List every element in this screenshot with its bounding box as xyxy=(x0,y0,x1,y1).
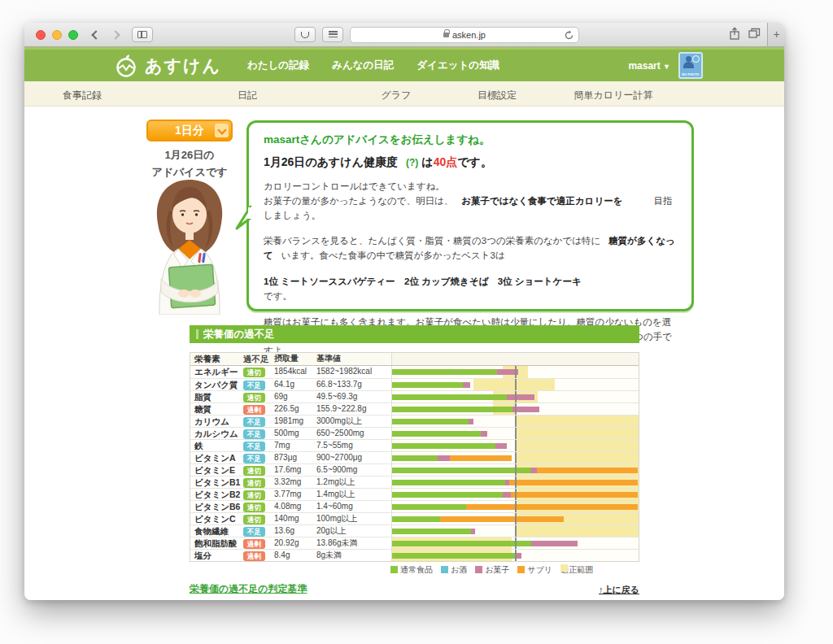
nutrient-name: 飽和脂肪酸 xyxy=(190,537,243,549)
nutrient-name: 塩分 xyxy=(190,550,243,561)
nutrient-name: ビタミンC xyxy=(190,513,243,524)
target-marker-line xyxy=(515,489,517,500)
standard-value: 1.4~60mg xyxy=(316,501,391,512)
back-icon xyxy=(91,30,100,39)
status-cell: 不足 xyxy=(243,416,274,427)
reader-button[interactable] xyxy=(322,27,343,42)
bar-segment-supplement xyxy=(466,504,638,510)
nav-diet-knowledge[interactable]: ダイエットの知識 xyxy=(416,59,499,72)
score-mid: は xyxy=(421,155,433,168)
bar-segment-normal xyxy=(392,468,530,473)
legend-swatch-normal xyxy=(390,566,398,573)
brand-logo[interactable]: あすけん xyxy=(114,54,221,78)
tabs-overview-icon xyxy=(748,28,761,39)
back-button[interactable] xyxy=(86,27,106,43)
forward-button[interactable] xyxy=(106,27,125,43)
status-badge: 不足 xyxy=(243,527,265,537)
bar-chart-cell xyxy=(391,464,639,476)
refresh-button[interactable] xyxy=(564,30,574,41)
bar-chart-cell xyxy=(391,428,639,439)
bar-segment-sweets xyxy=(481,431,487,437)
standard-value: 3000mg以上 xyxy=(316,416,391,427)
help-link[interactable]: (?) xyxy=(406,157,418,168)
target-marker-line xyxy=(515,391,517,402)
bar-segment-normal xyxy=(392,394,507,400)
table-header-row: 栄養素 過不足 摂取量 基準値 xyxy=(190,353,639,366)
subnav-meal-record[interactable]: 食事記録 xyxy=(63,89,102,102)
table-row: タンパク質不足64.1g66.8~133.7g xyxy=(190,378,639,390)
col-nutrient: 栄養素 xyxy=(190,353,243,365)
subnav-calorie-calc[interactable]: 簡単カロリー計算 xyxy=(574,89,653,102)
bar-segment-normal xyxy=(392,431,481,437)
bar-segment-sweets xyxy=(507,394,535,400)
intake-value: 140mg xyxy=(274,513,316,524)
tabs-button[interactable] xyxy=(748,28,761,42)
status-badge: 過剰 xyxy=(243,551,265,561)
standard-value: 900~2700μg xyxy=(316,452,391,463)
target-marker-line xyxy=(515,366,517,378)
advice-paragraph-2: 栄養バランスを見ると、たんぱく質・脂質・糖質の3つの栄養素のなかでは特に糖質が多… xyxy=(264,234,677,263)
asken-apple-icon xyxy=(114,54,138,78)
address-bar[interactable]: asken.jp xyxy=(350,27,579,43)
bar-segment-normal xyxy=(392,369,497,375)
target-marker-line xyxy=(515,476,517,488)
chevron-down-icon xyxy=(215,124,229,137)
speech-bubble-tail xyxy=(235,204,251,234)
col-chart xyxy=(391,353,639,365)
extension-button[interactable] xyxy=(294,27,316,42)
status-badge: 適切 xyxy=(243,515,265,524)
table-row: ビタミンE適切17.6mg6.5~900mg xyxy=(190,463,639,476)
intake-value: 64.1g xyxy=(274,379,316,390)
status-cell: 適切 xyxy=(243,476,274,488)
window-controls xyxy=(36,30,78,40)
status-cell: 過剰 xyxy=(243,403,274,415)
intake-value: 7mg xyxy=(274,440,316,451)
status-badge: 適切 xyxy=(243,503,265,512)
nav-everyones-diary[interactable]: みんなの日記 xyxy=(332,59,394,72)
bar-segment-sweets xyxy=(512,407,540,412)
subnav-diary[interactable]: 日記 xyxy=(238,89,257,102)
target-marker-line xyxy=(515,464,517,476)
subnav-graph[interactable]: グラフ xyxy=(382,89,412,102)
nutrient-name: 食物繊維 xyxy=(190,525,243,537)
user-area: masart ▼ NO PHOTO xyxy=(628,52,703,79)
share-button[interactable] xyxy=(729,27,740,43)
legend-item: サプリ xyxy=(517,564,552,576)
bar-segment-supplement xyxy=(440,516,564,522)
intake-value: 873μg xyxy=(274,452,316,463)
advice-paragraph-1: カロリーコントロールはできていますね。 お菓子の量が多かったようなので、明日は、… xyxy=(264,180,677,223)
avatar[interactable]: NO PHOTO xyxy=(678,52,703,79)
status-badge: 適切 xyxy=(243,368,265,377)
new-tab-button[interactable]: + xyxy=(767,23,784,46)
bar-segment-normal xyxy=(392,492,503,498)
subnav-goal-setting[interactable]: 目標設定 xyxy=(478,89,517,102)
legend-swatch-alcohol xyxy=(441,566,448,573)
intake-value: 3.77mg xyxy=(274,489,316,500)
intake-value: 8.4g xyxy=(274,550,316,561)
status-cell: 適切 xyxy=(243,501,274,512)
period-select-button[interactable]: 1日分 xyxy=(146,120,233,141)
legend-item: お菓子 xyxy=(475,564,509,576)
bar-segment-normal xyxy=(392,516,440,522)
score-value: 40点 xyxy=(434,155,458,168)
table-row: 飽和脂肪酸過剰20.92g13.86g未満 xyxy=(190,537,639,549)
close-window-button[interactable] xyxy=(36,30,46,40)
zoom-window-button[interactable] xyxy=(68,30,78,40)
user-menu[interactable]: masart ▼ xyxy=(628,60,670,72)
chart-legend: 通常食品お酒お菓子サプリ適正範囲 xyxy=(390,564,593,576)
advice-ranking: 1位 ミートソーススパゲティー 2位 カップ焼きそば 3位 ショートケーキ です… xyxy=(264,275,677,304)
nav-my-records[interactable]: わたしの記録 xyxy=(247,59,309,72)
standard-value: 1.4mg以上 xyxy=(316,489,391,500)
col-status: 過不足 xyxy=(243,353,274,365)
intake-value: 20.92g xyxy=(274,537,316,549)
intake-value: 69g xyxy=(274,391,316,402)
bar-chart-cell xyxy=(391,513,639,524)
minimize-window-button[interactable] xyxy=(52,30,62,40)
bar-segment-sweets xyxy=(438,455,450,461)
nutrient-name: ビタミンB2 xyxy=(190,489,243,500)
extension-icon xyxy=(301,32,309,38)
status-badge: 不足 xyxy=(243,429,265,439)
back-to-top-link[interactable]: ↑上に戻る xyxy=(190,584,639,596)
sidebar-button[interactable] xyxy=(132,27,153,42)
status-cell: 不足 xyxy=(243,440,274,451)
